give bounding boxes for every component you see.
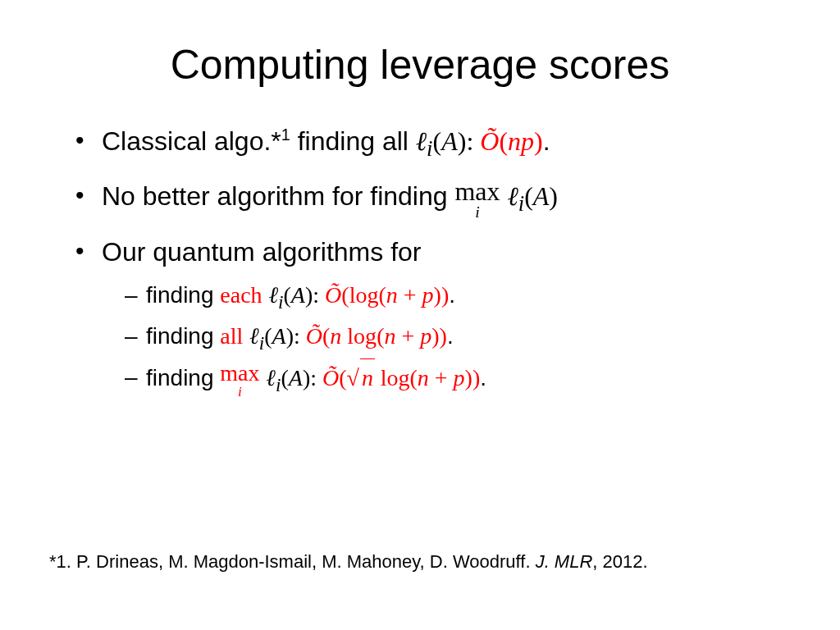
math-A: A	[272, 323, 286, 349]
math-paren: (	[378, 282, 386, 308]
math-paren: )	[431, 323, 439, 349]
math-plus: +	[395, 323, 420, 349]
bullet-classical: Classical algo.*1 finding all ℓi(A): Õ(n…	[75, 121, 791, 165]
math-log: log	[349, 282, 379, 308]
text: .	[543, 126, 550, 156]
footnote-journal: J. MLR	[536, 551, 593, 572]
math-plus: +	[398, 282, 422, 308]
math-close: ):	[286, 323, 306, 349]
math-paren: (	[341, 282, 349, 308]
text: finding	[146, 282, 220, 308]
slide: Computing leverage scores Classical algo…	[0, 0, 840, 630]
math-paren: )	[434, 282, 441, 308]
math-sqrt-sym: √	[347, 365, 359, 390]
math-paren: )	[465, 365, 472, 390]
max-top: max	[220, 362, 259, 385]
math-sqrt-n: n	[360, 358, 374, 397]
math-p: p	[420, 323, 431, 349]
text: finding	[146, 323, 220, 349]
math-paren: (	[284, 282, 291, 308]
math-paren: (	[322, 323, 330, 349]
math-tilde-O: Õ	[480, 126, 499, 156]
math-ell: ℓ	[416, 126, 427, 156]
math-log: log	[347, 323, 377, 349]
sp	[243, 323, 249, 349]
bullet-list: Classical algo.*1 finding all ℓi(A): Õ(n…	[75, 121, 791, 400]
math-close: ):	[305, 282, 325, 308]
max-sub: i	[220, 385, 259, 399]
math-tilde-O: Õ	[306, 323, 322, 349]
math-close: ):	[303, 365, 322, 390]
math-paren: )	[549, 181, 558, 211]
math-close: ):	[458, 126, 481, 156]
text: Our quantum algorithms for	[102, 237, 422, 267]
math-ell: ℓ	[268, 282, 278, 308]
sub-finding-all: finding all ℓi(A): Õ(n log(n + p)).	[125, 317, 791, 358]
slide-title: Computing leverage scores	[49, 41, 791, 89]
math-ell: ℓ	[507, 181, 518, 211]
math-paren: (	[524, 181, 533, 211]
text: .	[447, 323, 454, 349]
math-A: A	[533, 181, 550, 211]
footnote-authors: P. Drineas, M. Magdon-Ismail, M. Mahoney…	[76, 551, 536, 572]
math-max: maxi	[220, 362, 259, 399]
max-sub: i	[454, 204, 500, 221]
math-log: log	[381, 365, 410, 390]
text: .	[449, 282, 455, 308]
math-paren: )	[472, 365, 480, 390]
math-np: np	[508, 126, 534, 156]
footnote-marker: 1	[281, 126, 290, 144]
math-ell: ℓ	[266, 365, 276, 390]
text: finding all	[290, 126, 416, 156]
math-p: p	[422, 282, 434, 308]
math-sqrt: n	[359, 358, 375, 397]
sub-finding-max: finding maxi ℓi(A): Õ(√n log(n + p)).	[125, 358, 791, 400]
text: Classical algo.*	[102, 126, 281, 156]
math-n: n	[386, 282, 398, 308]
math-sub-i: i	[427, 136, 432, 161]
text: .	[480, 365, 486, 390]
math-paren: (	[409, 365, 417, 390]
math-max: maxi	[454, 178, 500, 221]
math-paren: (	[339, 365, 346, 390]
math-paren: )	[534, 126, 543, 156]
math-tilde-O: Õ	[325, 282, 341, 308]
math-paren: (	[499, 126, 508, 156]
math-A: A	[289, 365, 303, 390]
math-paren: )	[440, 323, 447, 349]
word-each: each	[220, 282, 262, 308]
math-A: A	[291, 282, 305, 308]
bullet-no-better: No better algorithm for finding maxi ℓi(…	[75, 176, 791, 220]
math-paren: (	[433, 126, 442, 156]
math-n: n	[418, 365, 429, 390]
math-tilde-O: Õ	[322, 365, 339, 390]
bullet-quantum: Our quantum algorithms for finding each …	[75, 232, 791, 400]
math-paren: (	[264, 323, 272, 349]
footnote-year: , 2012.	[592, 551, 647, 572]
sub-finding-each: finding each ℓi(A): Õ(log(n + p)).	[125, 276, 791, 317]
word-all: all	[220, 323, 243, 349]
footnote: *1. P. Drineas, M. Magdon-Ismail, M. Mah…	[49, 551, 648, 573]
math-A: A	[441, 126, 458, 156]
footnote-marker: *1.	[49, 551, 76, 572]
text: finding	[146, 365, 220, 390]
math-paren: )	[441, 282, 449, 308]
math-paren: (	[281, 365, 288, 390]
sub-bullet-list: finding each ℓi(A): Õ(log(n + p)). findi…	[125, 276, 791, 400]
math-ell: ℓ	[249, 323, 259, 349]
sp	[375, 365, 381, 390]
text: No better algorithm for finding	[102, 181, 454, 211]
math-p: p	[454, 365, 465, 390]
math-plus: +	[429, 365, 454, 390]
math-n: n	[384, 323, 395, 349]
max-top: max	[454, 178, 500, 204]
math-n: n	[330, 323, 341, 349]
